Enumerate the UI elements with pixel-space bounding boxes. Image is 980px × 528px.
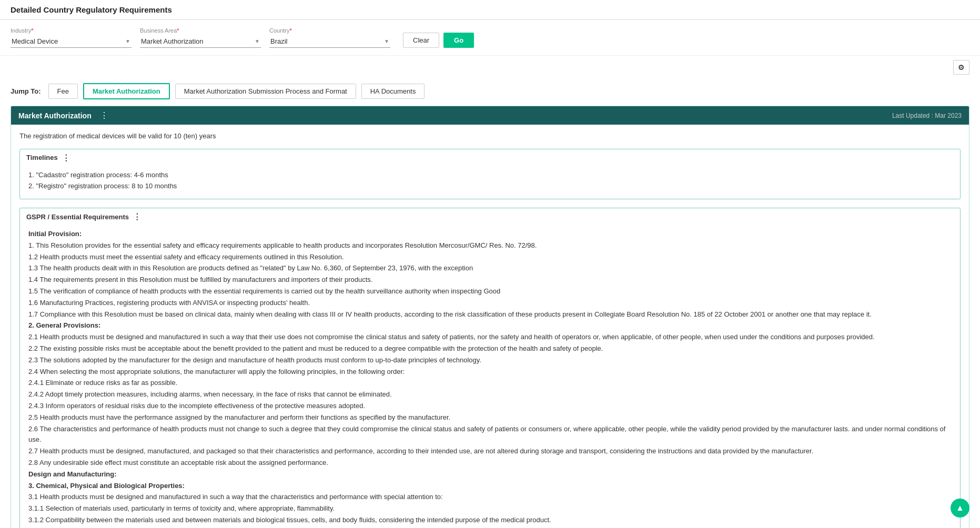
- gspr-line-3-1-2: 3.1.2 Compatibility between the material…: [28, 515, 952, 526]
- gspr-line-2-2: 2.2 The existing possible risks must be …: [28, 343, 952, 354]
- country-label: Country*: [269, 27, 390, 34]
- section-menu-dots-icon[interactable]: ⋮: [100, 110, 108, 120]
- timelines-item-2: 2. "Registro" registration process: 8 to…: [28, 181, 952, 192]
- gspr-general-provisions-heading: 2. General Provisions:: [28, 320, 952, 331]
- gspr-title: GSPR / Essential Requirements: [26, 213, 129, 221]
- gspr-line-1-6: 1.6 Manufacturing Practices, registering…: [28, 298, 952, 309]
- industry-label: Industry*: [11, 27, 132, 34]
- page-title: Detailed Country Regulatory Requirements: [11, 5, 172, 14]
- market-authorization-header: Market Authorization ⋮ Last Updated : Ma…: [11, 106, 969, 125]
- timelines-item-1: 1. "Cadastro" registration process: 4-6 …: [28, 170, 952, 181]
- gspr-line-1-4: 1.4 The requirements present in this Res…: [28, 275, 952, 286]
- gspr-header: GSPR / Essential Requirements ⋮: [20, 208, 960, 225]
- gspr-line-2-6: 2.6 The characteristics and performance …: [28, 424, 952, 446]
- tab-fee[interactable]: Fee: [48, 84, 78, 99]
- business-area-filter-group: Business Area* Market Authorization ▼: [140, 27, 261, 48]
- timelines-menu-dots-icon[interactable]: ⋮: [62, 153, 70, 163]
- industry-filter-group: Industry* Medical Device ▼: [11, 27, 132, 48]
- jump-to-label: Jump To:: [11, 87, 41, 95]
- filter-buttons: Clear Go: [403, 33, 474, 48]
- industry-value: Medical Device: [12, 37, 58, 45]
- gspr-chemical-heading: 3. Chemical, Physical and Biological Pro…: [28, 481, 952, 492]
- market-authorization-body: The registration of medical devices will…: [11, 125, 969, 528]
- gspr-line-3-1-1: 3.1.1 Selection of materials used, parti…: [28, 503, 952, 514]
- scroll-top-icon: ▲: [956, 503, 964, 513]
- gspr-line-2-7: 2.7 Health products must be designed, ma…: [28, 446, 952, 457]
- gspr-line-2-3: 2.3 The solutions adopted by the manufac…: [28, 355, 952, 366]
- gspr-line-2-4: 2.4 When selecting the most appropriate …: [28, 367, 952, 378]
- gspr-line-2-5: 2.5 Health products must have the perfor…: [28, 412, 952, 423]
- gspr-line-1: 1. This Resolution provides for the esse…: [28, 240, 952, 251]
- page-header: Detailed Country Regulatory Requirements: [0, 0, 980, 20]
- settings-button[interactable]: ⚙: [953, 60, 969, 75]
- tab-market-authorization[interactable]: Market Authorization: [83, 83, 170, 99]
- gspr-design-heading: Design and Manufacturing:: [28, 469, 952, 480]
- tab-market-authorization-submission[interactable]: Market Authorization Submission Process …: [175, 84, 356, 99]
- section-title: Market Authorization: [18, 111, 92, 120]
- gspr-body: Initial Provision: 1. This Resolution pr…: [20, 225, 960, 528]
- market-authorization-card: Market Authorization ⋮ Last Updated : Ma…: [11, 106, 969, 528]
- main-content: Market Authorization ⋮ Last Updated : Ma…: [0, 106, 980, 528]
- country-value: Brazil: [270, 37, 288, 45]
- gspr-line-1-5: 1.5 The verification of compliance of he…: [28, 286, 952, 297]
- gspr-line-2-1: 2.1 Health products must be designed and…: [28, 332, 952, 343]
- clear-button[interactable]: Clear: [403, 33, 439, 48]
- scroll-top-button[interactable]: ▲: [951, 499, 969, 517]
- gspr-line-1-2: 1.2 Health products must meet the essent…: [28, 252, 952, 263]
- gspr-line-2-4-1: 2.4.1 Eliminate or reduce risks as far a…: [28, 378, 952, 389]
- industry-chevron-icon: ▼: [125, 38, 130, 44]
- go-button[interactable]: Go: [443, 33, 474, 48]
- tab-ha-documents[interactable]: HA Documents: [361, 84, 425, 99]
- country-filter-group: Country* Brazil ▼: [269, 27, 390, 48]
- country-chevron-icon: ▼: [384, 38, 389, 44]
- gspr-menu-dots-icon[interactable]: ⋮: [133, 212, 141, 221]
- timelines-body: 1. "Cadastro" registration process: 4-6 …: [20, 166, 960, 199]
- gspr-initial-provision-heading: Initial Provision:: [28, 229, 952, 240]
- section-last-updated: Last Updated : Mar 2023: [892, 112, 962, 119]
- gspr-line-2-8: 2.8 Any undesirable side effect must con…: [28, 458, 952, 469]
- market-authorization-intro: The registration of medical devices will…: [19, 131, 961, 141]
- industry-select[interactable]: Medical Device ▼: [11, 35, 132, 48]
- filter-bar: Industry* Medical Device ▼ Business Area…: [0, 20, 980, 56]
- timelines-title: Timelines: [26, 154, 58, 161]
- gspr-card: GSPR / Essential Requirements ⋮ Initial …: [19, 208, 961, 528]
- timelines-card: Timelines ⋮ 1. "Cadastro" registration p…: [19, 149, 961, 200]
- gspr-line-3-1: 3.1 Health products must be designed and…: [28, 492, 952, 503]
- timelines-header: Timelines ⋮: [20, 149, 960, 166]
- settings-row: ⚙: [0, 56, 980, 79]
- business-area-select[interactable]: Market Authorization ▼: [140, 35, 261, 48]
- gspr-line-2-4-3: 2.4.3 Inform operators of residual risks…: [28, 401, 952, 412]
- gspr-line-1-3: 1.3 The health products dealt with in th…: [28, 263, 952, 274]
- settings-icon: ⚙: [958, 63, 965, 72]
- country-select[interactable]: Brazil ▼: [269, 35, 390, 48]
- jump-to-bar: Jump To: Fee Market Authorization Market…: [0, 79, 980, 106]
- business-area-label: Business Area*: [140, 27, 261, 34]
- business-area-chevron-icon: ▼: [255, 38, 260, 44]
- business-area-value: Market Authorization: [141, 37, 204, 45]
- gspr-line-1-7: 1.7 Compliance with this Resolution must…: [28, 309, 952, 320]
- gspr-line-2-4-2: 2.4.2 Adopt timely protection measures, …: [28, 389, 952, 400]
